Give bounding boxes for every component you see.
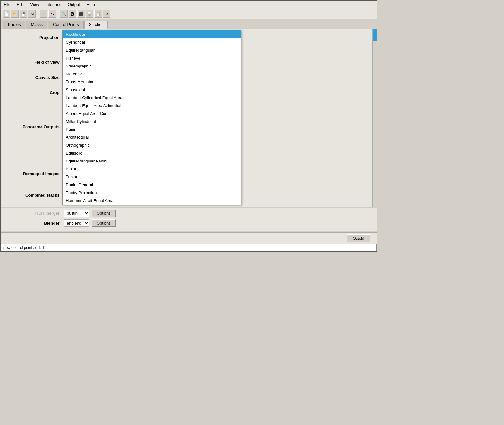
dropdown-item-orthographic[interactable]: Orthographic [63, 141, 241, 149]
toolbar-redo[interactable]: ↪ [48, 10, 56, 18]
dropdown-item-equirectangular[interactable]: Equirectangular [63, 46, 241, 54]
blender-options-button[interactable]: Options [92, 219, 116, 227]
combined-stacks-label: Combined stacks: [7, 192, 64, 198]
toolbar-undo[interactable]: ↩ [40, 10, 47, 18]
dropdown-item-albers-equal-area-conic[interactable]: Albers Equal Area Conic [63, 110, 241, 117]
hdr-merger-label: HDR merger: [7, 211, 64, 216]
footer: Stitch! [1, 232, 377, 244]
dropdown-item-cylindrical[interactable]: Cylindrical [63, 38, 241, 46]
projection-label: Projection: [7, 34, 64, 40]
dropdown-item-lambert-cylindrical-equal-area[interactable]: Lambert Cylindrical Equal Area [63, 94, 241, 102]
dropdown-item-triplane[interactable]: Triplane [63, 173, 241, 181]
dropdown-item-equisolid[interactable]: Equisolid [63, 149, 241, 157]
dropdown-item-sinusoidal[interactable]: Sinusoidal [63, 86, 241, 94]
dropdown-item-hammer-aitoff-equal-area[interactable]: Hammer-Aitoff Equal Area [63, 197, 241, 205]
dropdown-item-panini[interactable]: Panini [63, 125, 241, 133]
tab-bar: Photos Masks Control Points Stitcher [1, 19, 377, 29]
menu-file[interactable]: File [3, 2, 12, 7]
menubar: File Edit View Interface Output Help [1, 1, 377, 9]
dropdown-item-architectural[interactable]: Architectural [63, 133, 241, 141]
menu-edit[interactable]: Edit [16, 2, 25, 7]
dropdown-item-equirectangular-panini[interactable]: Equirectangular Panini [63, 157, 241, 165]
bottom-section: HDR merger: builtin Options Blender: enb… [1, 207, 377, 231]
toolbar-btn5[interactable]: ⬛ [77, 10, 85, 18]
crop-label: Crop: [7, 89, 64, 95]
canvas-size-label: Canvas Size: [7, 74, 64, 80]
tab-control-points[interactable]: Control Points [48, 21, 84, 29]
hdr-merger-options-button[interactable]: Options [92, 210, 116, 217]
blender-row: Blender: enblend Options [7, 219, 370, 227]
toolbar-btn3[interactable]: 🔍 [60, 10, 68, 18]
toolbar-save[interactable]: 💾 [20, 10, 27, 18]
panorama-outputs-label: Panorama Outputs: [7, 123, 64, 129]
dropdown-item-lambert-equal-area-azimuthal[interactable]: Lambert Equal Area Azimuthal [63, 102, 241, 110]
toolbar-btn6[interactable]: 📊 [86, 10, 93, 18]
toolbar-new[interactable]: 📄 [3, 10, 10, 18]
dropdown-item-trans-mercator[interactable]: Trans Mercator [63, 78, 241, 86]
blender-select[interactable]: enblend [64, 219, 89, 227]
remapped-images-label: Remapped Images: [7, 170, 64, 176]
layers-row: Layers: [7, 207, 370, 207]
dropdown-item-fisheye[interactable]: Fisheye [63, 54, 241, 62]
main-content: Projection: Field of View: Canvas Size: … [1, 29, 377, 207]
toolbar-btn8[interactable]: 🖥 [103, 10, 110, 18]
toolbar-sep2 [58, 10, 58, 17]
blender-label: Blender: [7, 221, 64, 225]
toolbar-save-as[interactable]: 🖫 [28, 10, 36, 18]
toolbar: 📄 📂 💾 🖫 ↩ ↪ 🔍 🖼 ⬛ 📊 📋 🖥 [1, 9, 377, 19]
toolbar-open[interactable]: 📂 [11, 10, 19, 18]
menu-output[interactable]: Output [66, 2, 81, 7]
dropdown-item-stereographic[interactable]: Stereographic [63, 62, 241, 70]
dropdown-item-rectilinear[interactable]: Rectilinear [63, 30, 241, 38]
status-bar: new control point added [1, 244, 377, 251]
toolbar-sep1 [38, 10, 38, 17]
menu-interface[interactable]: Interface [44, 2, 63, 7]
hdr-merger-row: HDR merger: builtin Options [7, 210, 370, 217]
toolbar-btn7[interactable]: 📋 [94, 10, 102, 18]
dropdown-item-biplane[interactable]: Biplane [63, 165, 241, 173]
toolbar-btn4[interactable]: 🖼 [69, 10, 76, 18]
dropdown-item-miller-cylindrical[interactable]: Miller Cylindrical [63, 117, 241, 125]
layers-label: Layers: [7, 207, 64, 207]
dropdown-item-panini-general[interactable]: Panini General [63, 181, 241, 189]
hdr-merger-select[interactable]: builtin [64, 210, 89, 217]
scrollbar[interactable] [372, 29, 377, 207]
projection-dropdown[interactable]: RectilinearCylindricalEquirectangularFis… [62, 30, 241, 205]
scrollbar-thumb[interactable] [373, 29, 377, 41]
tab-masks[interactable]: Masks [26, 21, 47, 29]
field-of-view-label: Field of View: [7, 59, 64, 65]
tab-photos[interactable]: Photos [3, 21, 25, 29]
stitch-button[interactable]: Stitch! [347, 234, 370, 242]
menu-view[interactable]: View [29, 2, 40, 7]
dropdown-item-thoby-projection[interactable]: Thoby Projection [63, 189, 241, 197]
status-text: new control point added [3, 245, 44, 250]
menu-help[interactable]: Help [85, 2, 96, 7]
tab-stitcher[interactable]: Stitcher [84, 21, 108, 29]
dropdown-item-mercator[interactable]: Mercator [63, 70, 241, 78]
